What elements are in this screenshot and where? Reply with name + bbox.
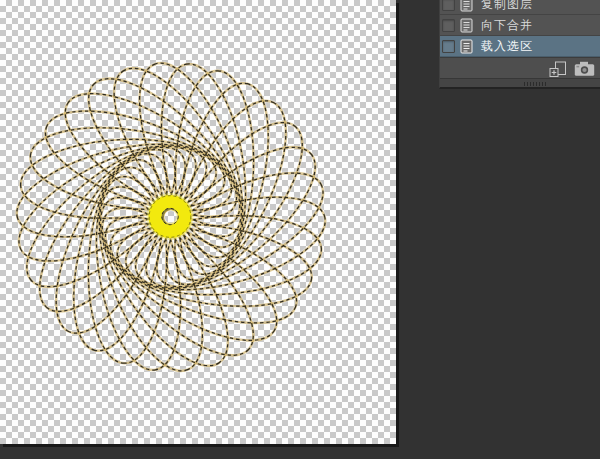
history-state-row[interactable]: 复制图层 [440, 0, 600, 15]
history-state-list: 复制图层 向下合并 [440, 0, 600, 57]
document-icon [460, 0, 473, 12]
panel-resize-grip[interactable] [524, 82, 548, 86]
history-panel: 复制图层 向下合并 [439, 0, 600, 89]
new-document-from-state-icon[interactable] [549, 61, 567, 77]
document-icon [460, 39, 473, 54]
history-state-row[interactable]: 向下合并 [440, 15, 600, 36]
document-icon [460, 18, 473, 33]
history-panel-toolbar [440, 57, 600, 78]
history-state-label: 载入选区 [481, 38, 533, 55]
panel-bottom-strip [440, 78, 600, 87]
history-state-row[interactable]: 载入选区 [440, 36, 600, 57]
history-state-label: 复制图层 [481, 0, 533, 13]
camera-snapshot-icon[interactable] [574, 61, 595, 77]
history-brush-source-checkbox[interactable] [442, 0, 455, 11]
history-brush-source-checkbox[interactable] [442, 40, 455, 53]
spirograph-selection [0, 0, 396, 444]
application-window: 复制图层 向下合并 [0, 0, 600, 459]
history-brush-source-checkbox[interactable] [442, 19, 455, 32]
canvas-checkerboard[interactable] [0, 0, 396, 444]
history-state-label: 向下合并 [481, 17, 533, 34]
